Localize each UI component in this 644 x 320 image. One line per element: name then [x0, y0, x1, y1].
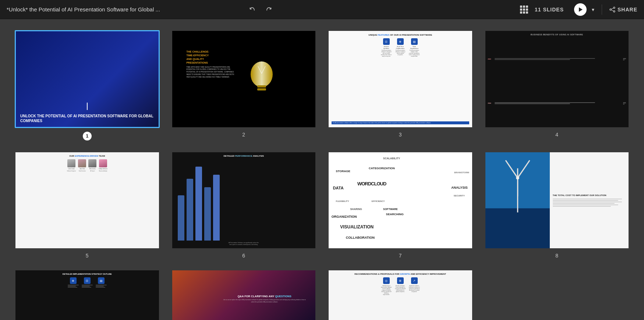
slide11-title: RECOMMENDATIONS & PROPOSALS FOR GROWTH A… — [331, 273, 470, 275]
slide-number-8: 8 — [555, 253, 558, 259]
slide8-text: THE TOTAL COST TO IMPLEMENT OUR SOLUTION — [550, 152, 629, 249]
play-button[interactable] — [574, 3, 587, 16]
svg-line-5 — [611, 10, 613, 11]
slide6-title: DETAILED PERFORMANCE ANALYSIS — [175, 155, 313, 157]
team-person-4: Cathy Johnson Business Analyst — [99, 159, 107, 172]
svg-point-2 — [613, 11, 615, 12]
slide-thumb-2[interactable]: THE CHALLENGE:TIME-EFFICIENCYAND QUALITY… — [171, 30, 316, 128]
s11-icon-2: ⊞ Develop strategies. Create strategies … — [395, 277, 406, 295]
slide-thumb-9[interactable]: DETAILED IMPLEMENTATION STRATEGY OUTLINE… — [15, 270, 160, 320]
divider — [602, 4, 602, 15]
slide-thumb-11[interactable]: RECOMMENDATIONS & PROPOSALS FOR GROWTH A… — [328, 270, 473, 320]
slide8-image — [485, 152, 550, 249]
slide4-title: BUSINESS BENEFITS OF USING AI SOFTWARE — [488, 33, 626, 36]
slide-thumb-3[interactable]: UNIQUE FEATURES OF OUR AI PRESENTATION S… — [328, 30, 473, 128]
slide5-title: OUR EXPERIENCE-DRIVEN TEAM — [18, 155, 156, 157]
slide-item-4[interactable]: BUSINESS BENEFITS OF USING AI SOFTWARE 2… — [485, 30, 630, 141]
s3-icon-2: ⊕ Real-Time Collaboration Our AI present… — [395, 38, 406, 57]
svg-rect-8 — [257, 88, 266, 90]
slide-number-2: 2 — [242, 132, 245, 138]
slide-number-label-8: 8 — [555, 253, 558, 259]
slide-item-2[interactable]: THE CHALLENGE:TIME-EFFICIENCYAND QUALITY… — [171, 30, 316, 141]
s11-icon-1: ◎ Identify areas of improvement. Analyze… — [381, 277, 392, 295]
svg-rect-7 — [257, 85, 266, 88]
slide-item-10[interactable]: Q&A FOR CLARIFYING ANY QUESTIONS Join us… — [171, 270, 316, 320]
slide-number-circle-1: 1 — [83, 132, 92, 141]
slide-thumb-7[interactable]: SCALABILITY STORAGE CATEGORIZATION WORDC… — [328, 152, 473, 249]
slide6-chart — [175, 159, 313, 241]
team-person-2: Jane Doe Data Scientist — [78, 159, 86, 172]
presentation-title: *Unlock* the Potential of AI Presentatio… — [7, 6, 242, 13]
slide10-text: Q&A FOR CLARIFYING ANY QUESTIONS Join us… — [222, 295, 307, 303]
slide-item-6[interactable]: DETAILED PERFORMANCE ANALYSIS AI Present… — [171, 152, 316, 259]
s9-icon-2: ⊡ — [82, 277, 93, 288]
share-button[interactable]: SHARE — [609, 7, 637, 13]
slide3-title: UNIQUE FEATURES OF OUR AI PRESENTATION S… — [332, 34, 469, 36]
slide-number-5: 5 — [86, 253, 89, 259]
svg-rect-12 — [485, 208, 550, 248]
slide7-wordcloud: SCALABILITY STORAGE CATEGORIZATION WORDC… — [329, 152, 472, 249]
s9-icon-3: ▤ — [96, 277, 107, 288]
slide-number-4: 4 — [555, 132, 558, 138]
slide-thumb-6[interactable]: DETAILED PERFORMANCE ANALYSIS AI Present… — [171, 152, 316, 249]
slide-thumb-5[interactable]: OUR EXPERIENCE-DRIVEN TEAM Luke Lewis So… — [15, 152, 160, 249]
slide-item-11[interactable]: RECOMMENDATIONS & PROPOSALS FOR GROWTH A… — [328, 270, 473, 320]
svg-point-3 — [610, 9, 611, 10]
play-dropdown-button[interactable]: ▾ — [592, 7, 594, 13]
slide9-title: DETAILED IMPLEMENTATION STRATEGY OUTLINE — [18, 273, 156, 275]
topbar: *Unlock* the Potential of AI Presentatio… — [0, 0, 644, 19]
slides-count: 11 SLIDES — [535, 7, 564, 13]
undo-button[interactable] — [247, 5, 258, 14]
slide2-text: THE CHALLENGE:TIME-EFFICIENCYAND QUALITY… — [186, 50, 234, 78]
team-person-3: Bob Jones AI Expert — [88, 159, 96, 172]
s9-icon-1: ⊕ — [68, 277, 79, 288]
slide-number-label-2: 2 — [242, 132, 245, 138]
svg-point-1 — [613, 7, 615, 8]
slide-number-1: 1 — [83, 132, 92, 141]
slide-number-label-4: 4 — [555, 132, 558, 138]
slides-grid: UNLOCK THE POTENTIAL OF AI PRESENTATION … — [0, 19, 644, 320]
slide-thumb-8[interactable]: THE TOTAL COST TO IMPLEMENT OUR SOLUTION — [485, 152, 630, 249]
svg-point-17 — [516, 176, 519, 179]
slide-item-7[interactable]: SCALABILITY STORAGE CATEGORIZATION WORDC… — [328, 152, 473, 259]
svg-marker-0 — [579, 7, 583, 12]
slide-number-label-5: 5 — [86, 253, 89, 259]
slide-thumb-10[interactable]: Q&A FOR CLARIFYING ANY QUESTIONS Join us… — [171, 270, 316, 320]
slide-number-label-6: 6 — [242, 253, 245, 259]
slide-item-3[interactable]: UNIQUE FEATURES OF OUR AI PRESENTATION S… — [328, 30, 473, 141]
slide-number-3: 3 — [399, 132, 402, 138]
redo-button[interactable] — [263, 5, 274, 14]
slide1-title: UNLOCK THE POTENTIAL OF AI PRESENTATION … — [20, 114, 154, 123]
svg-point-6 — [251, 61, 273, 87]
grid-view-icon — [520, 6, 528, 14]
slide-thumb-4[interactable]: BUSINESS BENEFITS OF USING AI SOFTWARE 2… — [485, 30, 630, 128]
slide-item-1[interactable]: UNLOCK THE POTENTIAL OF AI PRESENTATION … — [15, 30, 160, 141]
slide-number-label-7: 7 — [399, 253, 402, 259]
slide-number-7: 7 — [399, 253, 402, 259]
slide-item-9[interactable]: DETAILED IMPLEMENTATION STRATEGY OUTLINE… — [15, 270, 160, 320]
svg-line-4 — [611, 8, 613, 9]
slide-number-6: 6 — [242, 253, 245, 259]
s11-icon-3: ↗ Implement solutions. Implement solutio… — [409, 277, 420, 295]
slide6-caption: AI Presentation Software can significant… — [175, 242, 313, 246]
share-label: SHARE — [618, 7, 637, 13]
slide-item-5[interactable]: OUR EXPERIENCE-DRIVEN TEAM Luke Lewis So… — [15, 152, 160, 259]
s3-icon-3: ▤ Data Visualization Our AI presentation… — [409, 38, 420, 57]
slide-thumb-1[interactable]: UNLOCK THE POTENTIAL OF AI PRESENTATION … — [15, 30, 160, 128]
team-person-1: Luke Lewis Software Engineer — [67, 159, 76, 172]
slide-number-label-3: 3 — [399, 132, 402, 138]
slide-item-8[interactable]: THE TOTAL COST TO IMPLEMENT OUR SOLUTION… — [485, 152, 630, 259]
s3-icon-1: ⊡ Intuitive Interface Our AI presentatio… — [381, 38, 392, 57]
